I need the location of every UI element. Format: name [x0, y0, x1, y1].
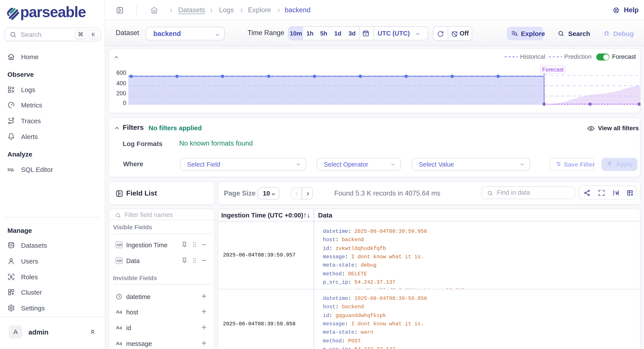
svg-text:200: 200	[116, 90, 126, 97]
svg-text:400: 400	[116, 80, 126, 87]
svg-text:SQL: SQL	[8, 168, 15, 171]
svg-text:0: 0	[123, 100, 126, 106]
svg-text:600: 600	[116, 70, 126, 76]
